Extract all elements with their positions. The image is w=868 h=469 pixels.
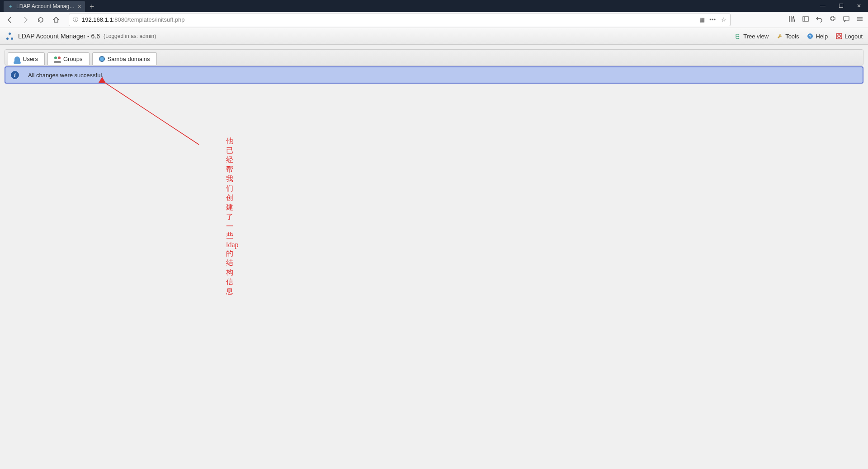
app-title: LDAP Account Manager - 6.6 <box>18 33 100 40</box>
bookmark-star-icon[interactable]: ☆ <box>721 16 726 23</box>
home-button[interactable] <box>50 14 62 26</box>
tree-view-link[interactable]: Tree view <box>735 33 769 40</box>
sidebar-icon[interactable] <box>801 15 810 24</box>
url-path: :8080/templates/initsuff.php <box>113 16 185 23</box>
browser-tab-active[interactable]: ✦ LDAP Account Manager (ope × <box>4 1 85 12</box>
tab-samba-label: Samba domains <box>108 56 150 62</box>
svg-line-10 <box>105 83 199 145</box>
tools-link[interactable]: Tools <box>777 33 799 40</box>
url-bar[interactable]: ⓘ 192.168.1.1:8080/templates/initsuff.ph… <box>69 14 731 26</box>
login-info: (Logged in as: admin) <box>104 33 156 39</box>
tab-title: LDAP Account Manager (ope <box>16 3 75 9</box>
window-controls: — ☐ ✕ <box>814 0 868 12</box>
help-label: Help <box>816 33 828 40</box>
logout-label: Logout <box>844 33 863 40</box>
info-icon: i <box>11 71 19 79</box>
site-info-icon[interactable]: ⓘ <box>73 16 78 23</box>
app-header: LDAP Account Manager - 6.6 (Logged in as… <box>0 28 868 45</box>
app-logo-icon <box>5 32 14 41</box>
toolbar-right <box>788 15 864 24</box>
url-text: 192.168.1.1:8080/templates/initsuff.php <box>82 16 696 23</box>
url-host: 192.168.1.1 <box>82 16 113 23</box>
svg-point-2 <box>738 34 740 36</box>
url-actions: ▦ ••• ☆ <box>699 16 726 23</box>
minimize-button[interactable]: — <box>814 0 832 12</box>
back-button[interactable] <box>4 14 16 26</box>
tab-users-label: Users <box>23 56 38 62</box>
tools-label: Tools <box>785 33 799 40</box>
tree-view-label: Tree view <box>743 33 769 40</box>
logout-icon <box>836 33 842 39</box>
tab-favicon-icon: ✦ <box>7 3 14 9</box>
globe-icon <box>99 56 105 62</box>
qr-icon[interactable]: ▦ <box>699 16 704 23</box>
extension-icon[interactable] <box>828 15 837 24</box>
menu-icon[interactable] <box>855 15 864 24</box>
tab-users[interactable]: Users <box>8 52 45 65</box>
library-icon[interactable] <box>788 15 797 24</box>
close-window-button[interactable]: ✕ <box>850 0 868 12</box>
tab-groups-label: Groups <box>63 56 83 62</box>
app-header-right: Tree view Tools ? Help Logout <box>735 33 863 40</box>
success-message-box: i All changes were successful. <box>5 66 863 84</box>
new-tab-button[interactable]: + <box>85 2 99 12</box>
type-tab-bar: Users Groups Samba domains <box>5 49 863 66</box>
content-area: Users Groups Samba domains i All changes… <box>0 45 868 88</box>
tree-icon <box>735 33 741 39</box>
tab-strip: ✦ LDAP Account Manager (ope × + <box>0 0 99 12</box>
help-link[interactable]: ? Help <box>807 33 828 40</box>
browser-toolbar: ⓘ 192.168.1.1:8080/templates/initsuff.ph… <box>0 12 868 28</box>
group-icon <box>54 56 61 62</box>
logout-link[interactable]: Logout <box>836 33 863 40</box>
forward-button[interactable] <box>19 14 32 26</box>
reload-button[interactable] <box>34 14 47 26</box>
svg-text:?: ? <box>809 34 812 38</box>
help-icon: ? <box>807 33 813 39</box>
annotation-text: 他已经帮我们创建了一些ldap的结构信息 <box>226 136 239 296</box>
undo-icon[interactable] <box>815 15 824 24</box>
tab-samba-domains[interactable]: Samba domains <box>92 52 157 65</box>
tab-groups[interactable]: Groups <box>47 52 90 65</box>
user-icon <box>14 56 20 62</box>
app-header-left: LDAP Account Manager - 6.6 (Logged in as… <box>5 32 156 41</box>
page-content: LDAP Account Manager - 6.6 (Logged in as… <box>0 28 868 88</box>
svg-rect-0 <box>803 17 808 21</box>
close-tab-icon[interactable]: × <box>78 3 81 10</box>
svg-point-3 <box>738 36 740 38</box>
page-actions-icon[interactable]: ••• <box>709 16 716 23</box>
chat-icon[interactable] <box>842 15 851 24</box>
maximize-button[interactable]: ☐ <box>832 0 850 12</box>
wrench-icon <box>777 33 783 39</box>
success-message-text: All changes were successful. <box>28 72 104 79</box>
svg-point-4 <box>738 38 740 39</box>
browser-titlebar: ✦ LDAP Account Manager (ope × + — ☐ ✕ <box>0 0 868 12</box>
